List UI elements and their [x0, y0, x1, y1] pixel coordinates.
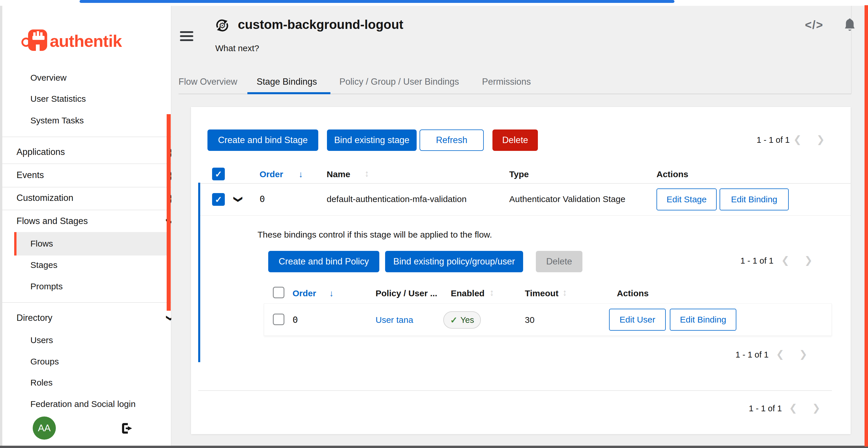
sidebar-group-label: Directory	[17, 313, 52, 323]
column-actions: Actions	[656, 169, 688, 179]
sidebar-item-overview[interactable]: Overview	[30, 71, 66, 85]
authentik-logo-detail	[32, 36, 44, 40]
sidebar-current-item-bar	[14, 232, 17, 255]
active-tab-underline	[247, 92, 331, 94]
tab-stage-bindings[interactable]: Stage Bindings	[257, 74, 317, 90]
sort-icon[interactable]: ↕	[365, 168, 369, 179]
sidebar-divider	[2, 137, 171, 137]
inner-select-all-checkbox[interactable]	[273, 287, 284, 298]
inner-row-checkbox[interactable]	[273, 314, 284, 325]
inner-column-policy[interactable]: Policy / User ...	[376, 288, 437, 298]
bind-existing-policy-button[interactable]: Bind existing policy/group/user	[385, 251, 523, 272]
column-order[interactable]: Order	[259, 169, 283, 179]
inner-delete-button[interactable]: Delete	[536, 251, 582, 272]
svg-text:⚙: ⚙	[218, 21, 226, 30]
sidebar-group-flows-and-stages[interactable]: Flows and Stages ❯	[17, 214, 155, 228]
inner-pagination-next-icon[interactable]: ❯	[804, 254, 813, 266]
sidebar-group-events[interactable]: Events ❯	[17, 168, 155, 182]
browser-loading-bar	[80, 0, 675, 3]
page-scrollbar-thumb[interactable]	[865, 5, 868, 447]
edit-user-button[interactable]: Edit User	[609, 309, 666, 331]
authentik-logo-detail	[37, 31, 39, 36]
inner-column-order[interactable]: Order	[292, 288, 316, 298]
page-title: custom-background-logout	[238, 18, 403, 32]
authentik-logo-detail	[40, 32, 42, 36]
row-expand-icon[interactable]: ❯	[234, 196, 244, 203]
refresh-button[interactable]: Refresh	[420, 130, 484, 151]
cell-name: default-authentication-mfa-validation	[327, 194, 467, 204]
sidebar-item-stages[interactable]: Stages	[30, 258, 57, 272]
tab-flow-overview[interactable]: Flow Overview	[179, 74, 237, 90]
check-icon: ✓	[450, 315, 458, 325]
delete-button[interactable]: Delete	[492, 130, 538, 151]
inner-bottom-pagination-next-icon[interactable]: ❯	[799, 348, 808, 360]
sidebar-item-groups[interactable]: Groups	[30, 355, 59, 369]
sidebar-item-prompts[interactable]: Prompts	[30, 279, 63, 294]
row-checkbox[interactable]: ✓	[212, 193, 225, 206]
bindings-description: These bindings control if this stage wil…	[257, 230, 492, 240]
inner-column-timeout[interactable]: Timeout	[525, 288, 558, 298]
authentik-logo-wordmark[interactable]: authentik	[50, 31, 122, 50]
pagination-next-icon[interactable]: ❯	[816, 134, 825, 145]
notification-bell-icon[interactable]	[842, 18, 857, 33]
create-and-bind-policy-button[interactable]: Create and bind Policy	[268, 251, 379, 272]
column-type: Type	[509, 169, 529, 179]
enabled-badge-label: Yes	[460, 315, 474, 325]
sidebar-group-label: Flows and Stages	[17, 216, 88, 226]
inner-edit-binding-button[interactable]: Edit Binding	[670, 309, 736, 331]
sidebar-item-users[interactable]: Users	[30, 333, 53, 347]
tab-policy-group-user-bindings[interactable]: Policy / Group / User Bindings	[339, 74, 459, 90]
inner-pagination-prev-icon[interactable]: ❮	[781, 254, 789, 266]
bottom-pagination-next-icon[interactable]: ❯	[812, 402, 820, 414]
sidebar-divider	[2, 210, 171, 210]
inner-column-enabled[interactable]: Enabled	[451, 288, 485, 298]
row-divider	[200, 215, 850, 216]
edit-binding-button[interactable]: Edit Binding	[720, 188, 789, 210]
enabled-badge: ✓ Yes	[443, 311, 481, 329]
inner-sort-desc-icon[interactable]: ↓	[329, 288, 334, 298]
sidebar-scrollbar-thumb[interactable]	[167, 114, 171, 311]
sort-desc-icon[interactable]: ↓	[299, 169, 303, 179]
pagination-label: 1 - 1 of 1	[756, 135, 789, 145]
sort-icon[interactable]: ↕	[490, 287, 494, 298]
sidebar-group-label: Events	[17, 170, 44, 180]
inner-table-row	[264, 304, 832, 336]
sidebar-item-flows[interactable]: Flows	[30, 237, 53, 251]
sidebar-divider	[2, 302, 171, 303]
sidebar-group-directory[interactable]: Directory ❯	[17, 311, 155, 325]
logout-icon[interactable]	[121, 422, 134, 434]
user-link[interactable]: User tana	[376, 315, 413, 325]
sidebar-group-customization[interactable]: Customization ❯	[17, 191, 155, 205]
create-and-bind-stage-button[interactable]: Create and bind Stage	[208, 130, 318, 151]
sidebar-item-roles[interactable]: Roles	[30, 376, 53, 390]
sidebar-group-label: Applications	[17, 147, 65, 157]
inner-column-actions: Actions	[617, 288, 649, 298]
flow-process-icon: ⚙	[215, 18, 230, 33]
api-code-icon[interactable]: </>	[805, 19, 824, 32]
sidebar-item-system-tasks[interactable]: System Tasks	[30, 113, 84, 128]
authentik-logo-detail	[36, 44, 40, 51]
select-all-checkbox[interactable]: ✓	[212, 168, 225, 180]
tab-permissions[interactable]: Permissions	[482, 74, 531, 90]
inner-bottom-pagination-prev-icon[interactable]: ❮	[776, 348, 784, 360]
column-name[interactable]: Name	[327, 169, 350, 179]
pagination-prev-icon[interactable]: ❮	[793, 134, 802, 145]
cell-type: Authenticator Validation Stage	[509, 194, 625, 204]
inner-cell-timeout: 30	[525, 315, 534, 325]
sort-icon[interactable]: ↕	[562, 287, 567, 298]
cell-order: 0	[259, 194, 265, 204]
bottom-pagination-label: 1 - 1 of 1	[749, 404, 782, 413]
authentik-admin-page: authentik Overview User Statistics Syste…	[0, 0, 868, 448]
table-header-divider	[198, 183, 850, 183]
menu-icon[interactable]	[180, 31, 193, 42]
authentik-logo-detail	[33, 32, 36, 36]
sidebar-group-label: Customization	[17, 193, 73, 203]
bind-existing-stage-button[interactable]: Bind existing stage	[327, 130, 416, 151]
avatar[interactable]: AA	[33, 416, 56, 440]
sidebar-group-applications[interactable]: Applications ❯	[17, 145, 155, 159]
sidebar-divider	[2, 164, 171, 164]
sidebar-item-federation[interactable]: Federation and Social login	[30, 397, 136, 411]
edit-stage-button[interactable]: Edit Stage	[656, 188, 717, 210]
sidebar-item-user-statistics[interactable]: User Statistics	[30, 92, 86, 106]
bottom-pagination-prev-icon[interactable]: ❮	[789, 402, 797, 414]
